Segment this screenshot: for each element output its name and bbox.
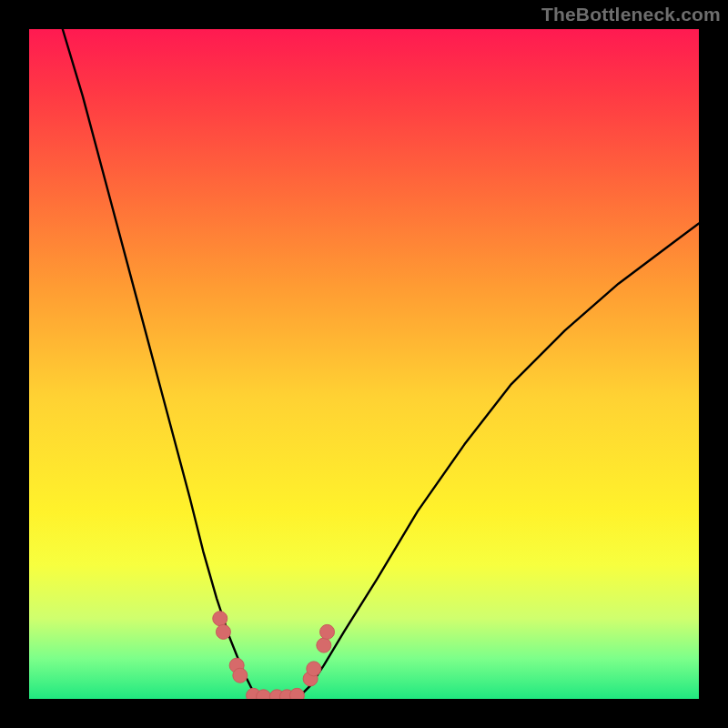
chart-plot-area xyxy=(29,29,699,699)
marker-right-lower-b xyxy=(307,662,321,676)
marker-left-upper-b xyxy=(216,624,230,639)
watermark-text: TheBottleneck.com xyxy=(541,4,721,25)
chart-frame: TheBottleneck.com xyxy=(0,0,728,728)
marker-right-upper-b xyxy=(320,624,335,639)
marker-left-lower-b xyxy=(233,668,248,682)
marker-left-upper-a xyxy=(213,612,228,626)
marker-floor-e xyxy=(289,688,304,699)
bottleneck-curve xyxy=(63,29,699,699)
marker-right-upper-a xyxy=(317,638,331,652)
chart-svg xyxy=(29,29,699,699)
